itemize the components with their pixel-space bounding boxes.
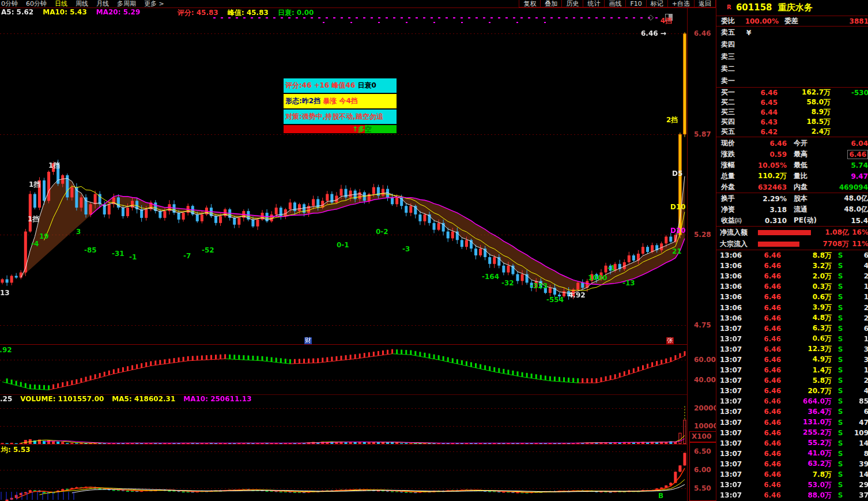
tick-price: 6.46 bbox=[745, 491, 781, 499]
tick-count: 1 bbox=[849, 366, 868, 374]
tooltip-gauge: ↑多空 bbox=[284, 125, 397, 133]
buy-row[interactable]: 买四6.4318.5万 bbox=[716, 117, 868, 127]
sell-row: 卖四 bbox=[716, 39, 868, 51]
flow-bar bbox=[758, 242, 799, 247]
tick-row[interactable]: 13:066.462.0万S2 bbox=[716, 271, 868, 281]
tick-volume: 88.0万 bbox=[781, 491, 832, 500]
tick-row[interactable]: 13:066.463.2万S4 bbox=[716, 261, 868, 271]
tick-side: S bbox=[832, 304, 849, 312]
volume-canvas[interactable] bbox=[0, 404, 687, 444]
tick-time: 13:07 bbox=[716, 356, 745, 364]
finance-tag-button[interactable]: 财 bbox=[304, 337, 312, 344]
quote-row: 现价6.46今开6.04 bbox=[716, 138, 868, 149]
tick-count: 2 bbox=[849, 304, 868, 312]
tick-row[interactable]: 13:076.4612.3万S3 bbox=[716, 344, 868, 355]
tick-price: 6.46 bbox=[745, 282, 781, 291]
diamond-marker-icon[interactable]: ◇ bbox=[648, 13, 654, 21]
tick-row[interactable]: 13:076.4663.2万S39 bbox=[716, 459, 868, 469]
tick-row[interactable]: 13:066.460.6万S1 bbox=[716, 292, 868, 302]
tick-row[interactable]: 13:066.464.8万S2 bbox=[716, 313, 868, 323]
tick-count: 39 bbox=[849, 460, 868, 468]
quote-row: 换手2.29%股本48.0亿 bbox=[716, 193, 868, 204]
tick-volume: 1.4万 bbox=[781, 366, 832, 375]
stock-header[interactable]: R 601158 重庆水务 bbox=[716, 0, 868, 16]
quote-label: PE(动) bbox=[787, 216, 824, 225]
chart-annotation: 2挡 bbox=[666, 116, 678, 123]
tick-row[interactable]: 13:076.4641.0万S8 bbox=[716, 449, 868, 459]
indicator-label: MA20: 5.29 bbox=[96, 8, 141, 16]
tick-volume: 255.2万 bbox=[781, 428, 832, 438]
buy-row[interactable]: 买三6.448.9万 bbox=[716, 107, 868, 117]
tick-price: 6.46 bbox=[745, 366, 781, 374]
tick-volume: 6.3万 bbox=[781, 323, 832, 333]
tick-time: 13:06 bbox=[716, 272, 745, 280]
oscillator-canvas[interactable] bbox=[0, 345, 687, 395]
osc-left-value: 4.92 bbox=[0, 346, 12, 353]
tick-row[interactable]: 13:076.46255.2万S109 bbox=[716, 428, 868, 438]
tick-side: S bbox=[832, 314, 849, 322]
chart-annotation: 21 bbox=[672, 248, 682, 255]
flow-label: 净流入额 bbox=[716, 228, 758, 238]
axis-tick-label: 40.00 bbox=[694, 376, 716, 384]
weibi-row: 委比 100.00% 委差 3881 bbox=[716, 16, 868, 27]
tick-row[interactable]: 13:076.464.9万S3 bbox=[716, 355, 868, 365]
tick-time: 13:07 bbox=[716, 345, 745, 353]
chart-annotation: -32 bbox=[501, 280, 514, 287]
quote-value: 6.46 bbox=[824, 150, 868, 159]
tick-volume: 664.0万 bbox=[781, 397, 832, 406]
quote-value: 6.46 bbox=[751, 140, 787, 148]
tick-row[interactable]: 13:066.463.9万S2 bbox=[716, 302, 868, 312]
chart-annotation: 19 bbox=[39, 233, 49, 240]
quote-value: 5.74 bbox=[824, 161, 868, 169]
tick-row[interactable]: 13:076.4620.7万S4 bbox=[716, 386, 868, 396]
volume-indicator-labels: .25VOLUME: 1101557.00MA5: 418602.31MA10:… bbox=[0, 394, 687, 404]
quote-label: 外盘 bbox=[716, 182, 751, 192]
sell-level-label: 卖一 bbox=[716, 76, 744, 86]
tick-row[interactable]: 13:076.4688.0万S37 bbox=[716, 490, 868, 500]
tick-volume: 0.6万 bbox=[781, 292, 832, 302]
tick-row[interactable]: 13:066.460.3万S1 bbox=[716, 281, 868, 292]
tick-price: 6.46 bbox=[745, 251, 781, 259]
tick-count: 8 bbox=[849, 450, 868, 458]
quote-label: 股本 bbox=[787, 194, 824, 204]
weibi-label: 委比 bbox=[716, 16, 735, 26]
tick-row[interactable]: 13:076.4653.0万S29 bbox=[716, 480, 868, 490]
buy-row[interactable]: 买二6.4558.0万 bbox=[716, 97, 868, 107]
bottom-avg-label: 均: 5.53 bbox=[1, 446, 31, 453]
indicator-label: A5: 5.62 bbox=[1, 8, 33, 16]
tick-row[interactable]: 13:076.46664.0万S85 bbox=[716, 396, 868, 406]
tick-price: 6.46 bbox=[745, 470, 781, 479]
sell-level-label: 卖四 bbox=[716, 40, 744, 50]
chart-annotation: 0-2 bbox=[376, 228, 388, 235]
tick-count: 4 bbox=[849, 387, 868, 395]
buy-row[interactable]: 买五6.422.4万 bbox=[716, 127, 868, 137]
tick-time: 13:07 bbox=[716, 439, 745, 447]
sell-row: 卖五¥ bbox=[716, 27, 868, 39]
buy-row[interactable]: 买一6.46162.7万-530 bbox=[716, 88, 868, 97]
main-candlestick-canvas[interactable] bbox=[0, 8, 687, 337]
tick-volume: 0.3万 bbox=[781, 282, 832, 292]
tick-side: S bbox=[832, 262, 849, 270]
chart-annotation: 4.92 bbox=[568, 292, 586, 299]
tick-row[interactable]: 13:076.466.3万S6 bbox=[716, 323, 868, 334]
tick-price: 6.46 bbox=[745, 460, 781, 468]
tick-price: 6.46 bbox=[745, 314, 781, 322]
tick-row[interactable]: 13:076.4655.2万S14 bbox=[716, 438, 868, 449]
quote-value: 632463 bbox=[751, 183, 787, 191]
tick-row[interactable]: 13:066.468.8万S6 bbox=[716, 250, 868, 261]
quote-value: 48.0亿 bbox=[824, 205, 868, 214]
indicator-label: 评分: 45.83 bbox=[178, 9, 218, 17]
axis-tick-label: 5.87 bbox=[694, 130, 711, 138]
tick-time: 13:07 bbox=[716, 397, 745, 405]
tick-time: 13:07 bbox=[716, 387, 745, 395]
tick-volume: 53.0万 bbox=[781, 480, 832, 490]
tick-row[interactable]: 13:076.465.8万S2 bbox=[716, 375, 868, 386]
bottom-mini-canvas[interactable] bbox=[0, 445, 687, 501]
zhang-tag-button[interactable]: 张 bbox=[666, 337, 674, 344]
tick-row[interactable]: 13:076.4636.4万S6 bbox=[716, 406, 868, 417]
tick-row[interactable]: 13:076.461.4万S1 bbox=[716, 365, 868, 375]
chart-annotation: 1挡 bbox=[29, 181, 40, 188]
tick-row[interactable]: 13:076.467.8万S14 bbox=[716, 469, 868, 480]
tick-row[interactable]: 13:076.46131.0万S47 bbox=[716, 417, 868, 428]
tick-row[interactable]: 13:076.460.6万S1 bbox=[716, 334, 868, 344]
